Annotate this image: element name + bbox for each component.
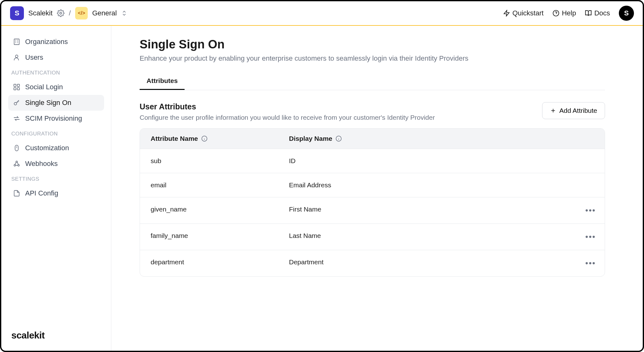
row-actions-button[interactable]: ••• [576, 197, 605, 223]
page-title: Single Sign On [140, 38, 605, 51]
cell-attribute-name: given_name [140, 197, 278, 223]
sync-icon [13, 114, 21, 123]
avatar[interactable]: S [619, 6, 634, 21]
user-icon [13, 53, 21, 62]
table-row: family_nameLast Name••• [140, 224, 605, 250]
quickstart-link[interactable]: Quickstart [503, 9, 544, 17]
sidebar: Organizations Users AUTHENTICATION Socia… [1, 26, 111, 351]
building-icon [13, 38, 21, 46]
app-name[interactable]: Scalekit [28, 9, 53, 17]
th-attribute-name: Attribute Name [140, 129, 278, 149]
sidebar-group-configuration: CONFIGURATION [8, 126, 104, 140]
cell-attribute-name: sub [140, 149, 278, 173]
help-label: Help [562, 9, 576, 17]
tab-attributes[interactable]: Attributes [140, 73, 185, 90]
grid-icon [13, 83, 21, 91]
book-icon [585, 10, 592, 17]
svg-point-0 [60, 12, 62, 14]
gear-icon[interactable] [57, 9, 64, 17]
sidebar-item-label: SCIM Provisioning [25, 114, 82, 123]
page-subtitle: Enhance your product by enabling your en… [140, 54, 605, 63]
table-header: Attribute Name Display Name [140, 129, 605, 149]
svg-point-16 [14, 102, 17, 105]
sidebar-item-label: Webhooks [25, 160, 58, 168]
main-content: Single Sign On Enhance your product by e… [111, 26, 643, 351]
cell-display-name: Department [278, 250, 576, 276]
section-description: Configure the user profile information y… [140, 114, 435, 121]
sidebar-item-label: Users [25, 53, 43, 62]
th-label: Attribute Name [151, 135, 198, 142]
env-name[interactable]: General [92, 9, 117, 17]
svg-rect-12 [14, 84, 16, 86]
more-icon: ••• [585, 258, 596, 268]
table-row: departmentDepartment••• [140, 250, 605, 276]
sidebar-item-api-config[interactable]: API Config [8, 185, 104, 201]
add-attribute-label: Add Attribute [559, 107, 597, 114]
info-icon[interactable] [336, 135, 342, 142]
sidebar-item-customization[interactable]: Customization [8, 140, 104, 156]
webhook-icon [13, 160, 21, 168]
mouse-icon [13, 144, 21, 152]
cell-display-name: Email Address [278, 173, 576, 197]
svg-point-21 [16, 161, 18, 163]
code-icon: </> [78, 10, 85, 16]
table-row: subID [140, 149, 605, 173]
cell-attribute-name: email [140, 173, 278, 197]
sidebar-item-social-login[interactable]: Social Login [8, 79, 104, 95]
sidebar-item-scim-provisioning[interactable]: SCIM Provisioning [8, 111, 104, 126]
row-actions-button[interactable]: ••• [576, 224, 605, 250]
sidebar-item-users[interactable]: Users [8, 50, 104, 65]
sidebar-group-authentication: AUTHENTICATION [8, 65, 104, 79]
cell-attribute-name: family_name [140, 224, 278, 250]
tabs: Attributes [140, 73, 605, 90]
th-label: Display Name [289, 135, 332, 142]
brand-footer: scalekit [8, 330, 104, 344]
row-actions-button [576, 149, 605, 173]
table-row: emailEmail Address [140, 173, 605, 197]
topbar: S Scalekit / </> General Quickstart Help [1, 1, 643, 26]
row-actions-button [576, 173, 605, 197]
env-badge[interactable]: </> [75, 7, 88, 19]
th-display-name: Display Name [278, 129, 576, 149]
cell-display-name: Last Name [278, 224, 576, 250]
sidebar-item-label: Social Login [25, 83, 63, 91]
sidebar-item-label: Single Sign On [25, 99, 71, 107]
svg-marker-1 [504, 10, 509, 16]
sidebar-item-label: API Config [25, 189, 58, 197]
more-icon: ••• [585, 232, 596, 242]
breadcrumb-separator: / [69, 9, 71, 17]
svg-rect-15 [17, 88, 19, 90]
svg-rect-4 [14, 39, 19, 45]
row-actions-button[interactable]: ••• [576, 250, 605, 276]
help-link[interactable]: Help [552, 9, 576, 17]
sidebar-item-single-sign-on[interactable]: Single Sign On [8, 95, 104, 111]
sidebar-item-webhooks[interactable]: Webhooks [8, 156, 104, 172]
chevron-updown-icon[interactable] [121, 10, 127, 16]
help-icon [552, 10, 559, 17]
sidebar-item-organizations[interactable]: Organizations [8, 34, 104, 50]
cell-attribute-name: department [140, 250, 278, 276]
sidebar-group-settings: SETTINGS [8, 172, 104, 185]
docs-label: Docs [594, 9, 610, 17]
add-attribute-button[interactable]: Add Attribute [542, 102, 605, 119]
svg-rect-17 [15, 145, 18, 151]
app-badge[interactable]: S [10, 6, 24, 20]
sidebar-item-label: Customization [25, 144, 69, 152]
attributes-table: Attribute Name Display Name subIDemailEm… [140, 128, 605, 277]
svg-rect-14 [14, 88, 16, 90]
plus-icon [550, 107, 556, 114]
quickstart-label: Quickstart [513, 9, 544, 17]
breadcrumb: S Scalekit / </> General [10, 6, 127, 20]
docs-link[interactable]: Docs [585, 9, 610, 17]
topbar-right: Quickstart Help Docs S [503, 6, 634, 21]
cell-display-name: First Name [278, 197, 576, 223]
file-code-icon [13, 189, 21, 197]
table-row: given_nameFirst Name••• [140, 197, 605, 224]
more-icon: ••• [585, 206, 596, 215]
th-actions [576, 129, 605, 149]
cell-display-name: ID [278, 149, 576, 173]
lightning-icon [503, 10, 510, 17]
info-icon[interactable] [201, 135, 208, 142]
section-title: User Attributes [140, 102, 435, 111]
svg-point-20 [18, 165, 19, 166]
